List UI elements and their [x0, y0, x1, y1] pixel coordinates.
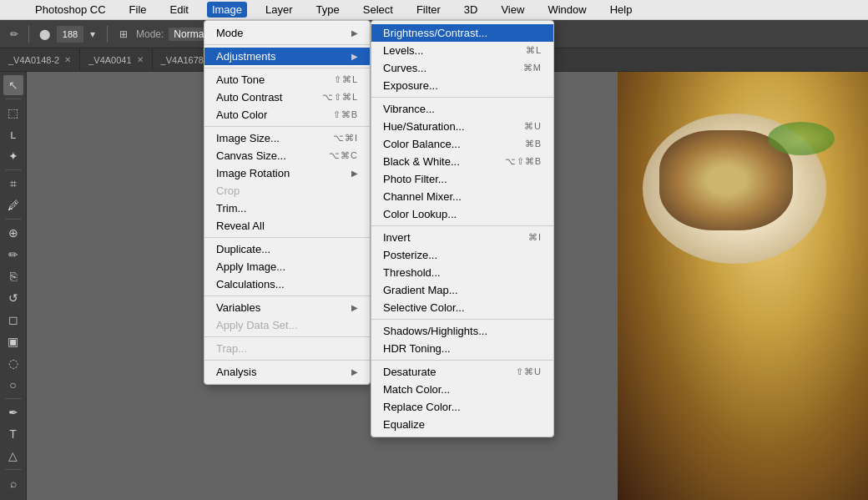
- menu-item-channel-mixer[interactable]: Channel Mixer...: [371, 188, 553, 205]
- menu-item-label: Vibrance...: [383, 103, 435, 115]
- view-menu[interactable]: View: [496, 2, 529, 18]
- clone-tool[interactable]: ⎘: [3, 266, 23, 286]
- menu-item-reveal-all[interactable]: Reveal All: [204, 217, 370, 235]
- filter-menu[interactable]: Filter: [411, 2, 446, 18]
- menu-item-color-balance[interactable]: Color Balance... ⌘B: [371, 135, 553, 153]
- shortcut-canvas-size: ⌥⌘C: [329, 150, 358, 161]
- menu-item-shadows-highlights[interactable]: Shadows/Highlights...: [371, 322, 553, 340]
- text-tool[interactable]: T: [3, 424, 23, 444]
- menu-item-photo-filter[interactable]: Photo Filter...: [371, 170, 553, 188]
- menu-item-desaturate[interactable]: Desaturate ⇧⌘U: [371, 363, 553, 381]
- menu-item-curves[interactable]: Curves... ⌘M: [371, 59, 553, 77]
- toolbar-separator-2: [107, 26, 108, 43]
- menu-item-auto-tone[interactable]: Auto Tone ⇧⌘L: [204, 71, 370, 88]
- window-menu[interactable]: Window: [542, 2, 591, 18]
- marquee-tool[interactable]: ⬚: [3, 103, 23, 123]
- menu-item-adjustments[interactable]: Adjustments ▶: [204, 48, 370, 65]
- image-dropdown-menu: Mode ▶ Adjustments ▶ Auto Tone ⇧⌘L Auto …: [204, 20, 371, 385]
- zoom-tool[interactable]: ⌕: [3, 473, 23, 493]
- menu-item-apply-image[interactable]: Apply Image...: [204, 258, 370, 275]
- image-menu[interactable]: Image: [207, 2, 247, 18]
- menu-item-duplicate[interactable]: Duplicate...: [204, 240, 370, 258]
- help-menu[interactable]: Help: [605, 2, 638, 18]
- menu-item-analysis[interactable]: Analysis ▶: [204, 363, 370, 381]
- brush-preset-picker[interactable]: ⬤: [36, 27, 53, 42]
- menu-item-posterize[interactable]: Posterize...: [371, 246, 553, 264]
- menu-item-hue-saturation[interactable]: Hue/Saturation... ⌘U: [371, 118, 553, 135]
- menu-item-label: Image Size...: [216, 132, 280, 144]
- menu-item-canvas-size[interactable]: Canvas Size... ⌥⌘C: [204, 147, 370, 164]
- menu-item-label: Selective Color...: [383, 301, 465, 314]
- menu-item-exposure[interactable]: Exposure...: [371, 77, 553, 94]
- menu-item-vibrance[interactable]: Vibrance...: [371, 100, 553, 118]
- menu-item-gradient-map[interactable]: Gradient Map...: [371, 281, 553, 299]
- menu-item-label: Trap...: [216, 342, 247, 355]
- brush-size-value[interactable]: 188: [57, 26, 83, 43]
- menu-item-replace-color[interactable]: Replace Color...: [371, 398, 553, 416]
- quick-select-tool[interactable]: ✦: [3, 146, 23, 166]
- photoshop-menu[interactable]: Photoshop CC: [30, 2, 111, 18]
- shortcut-image-size: ⌥⌘I: [333, 133, 358, 144]
- menu-item-image-rotation[interactable]: Image Rotation ▶: [204, 164, 370, 182]
- menu-item-label: Calculations...: [216, 278, 285, 290]
- tab-v4a0148[interactable]: _V4A0148-2 ✕: [0, 48, 80, 72]
- menu-item-auto-contrast[interactable]: Auto Contrast ⌥⇧⌘L: [204, 88, 370, 106]
- shortcut-auto-color: ⇧⌘B: [333, 109, 358, 120]
- type-menu[interactable]: Type: [311, 2, 345, 18]
- menu-item-threshold[interactable]: Threshold...: [371, 264, 553, 281]
- menu-item-image-size[interactable]: Image Size... ⌥⌘I: [204, 129, 370, 147]
- move-tool[interactable]: ↖: [3, 75, 23, 95]
- menu-item-auto-color[interactable]: Auto Color ⇧⌘B: [204, 106, 370, 124]
- menu-item-label: Gradient Map...: [383, 284, 458, 296]
- blur-tool[interactable]: ◌: [3, 353, 23, 373]
- menu-item-black-white[interactable]: Black & White... ⌥⇧⌘B: [371, 153, 553, 170]
- menu-item-hdr-toning[interactable]: HDR Toning...: [371, 340, 553, 357]
- menu-item-match-color[interactable]: Match Color...: [371, 381, 553, 398]
- menu-item-levels[interactable]: Levels... ⌘L: [371, 42, 553, 59]
- crop-tool[interactable]: ⌗: [3, 174, 23, 194]
- healing-tool[interactable]: ⊕: [3, 223, 23, 243]
- menu-item-calculations[interactable]: Calculations...: [204, 275, 370, 293]
- menu-item-invert[interactable]: Invert ⌘I: [371, 229, 553, 246]
- pen-tool[interactable]: ✒: [3, 402, 23, 422]
- menu-item-selective-color[interactable]: Selective Color...: [371, 299, 553, 316]
- brush-size-stepper[interactable]: ▾: [87, 27, 98, 42]
- history-brush-tool[interactable]: ↺: [3, 288, 23, 308]
- menu-item-label: Curves...: [383, 62, 426, 74]
- tab-close-icon[interactable]: ✕: [64, 55, 71, 64]
- shortcut-levels: ⌘L: [526, 45, 542, 56]
- eraser-tool[interactable]: ◻: [3, 310, 23, 330]
- apple-menu[interactable]: [7, 8, 17, 12]
- shape-tool[interactable]: △: [3, 446, 23, 466]
- select-menu[interactable]: Select: [358, 2, 398, 18]
- shortcut-auto-tone: ⇧⌘L: [334, 74, 358, 85]
- menu-item-variables[interactable]: Variables ▶: [204, 299, 370, 316]
- lasso-tool[interactable]: ʟ: [3, 124, 23, 144]
- tab-close-icon[interactable]: ✕: [137, 55, 144, 64]
- menu-item-equalize[interactable]: Equalize: [371, 416, 553, 433]
- menu-item-color-lookup[interactable]: Color Lookup...: [371, 205, 553, 223]
- menu-item-trim[interactable]: Trim...: [204, 199, 370, 217]
- gradient-tool[interactable]: ▣: [3, 331, 23, 351]
- menu-item-mode[interactable]: Mode ▶: [204, 24, 370, 42]
- submenu-arrow-icon: ▶: [351, 28, 358, 38]
- eyedropper-tool[interactable]: 🖉: [3, 195, 23, 215]
- menu-item-label: Auto Contrast: [216, 91, 283, 104]
- menu-item-label: Variables: [216, 301, 260, 314]
- edit-menu[interactable]: Edit: [165, 2, 194, 18]
- 3d-menu[interactable]: 3D: [459, 2, 483, 18]
- menu-item-brightness-contrast[interactable]: Brightness/Contrast...: [371, 24, 553, 42]
- file-menu[interactable]: File: [124, 2, 152, 18]
- shortcut-auto-contrast: ⌥⇧⌘L: [322, 92, 358, 103]
- submenu-arrow-icon: ▶: [351, 52, 358, 61]
- menu-separator: [204, 237, 370, 238]
- tab-v4a0041[interactable]: _V4A0041 ✕: [80, 48, 152, 72]
- dodge-tool[interactable]: ○: [3, 375, 23, 395]
- brush-tool[interactable]: ✏: [3, 245, 23, 265]
- layer-menu[interactable]: Layer: [260, 2, 298, 18]
- menu-item-label: Canvas Size...: [216, 149, 286, 162]
- menu-item-label: Levels...: [383, 44, 423, 57]
- brush-options-icon[interactable]: ⊞: [116, 27, 131, 42]
- submenu-arrow-icon: ▶: [351, 303, 358, 312]
- brush-icon[interactable]: ✏: [7, 27, 22, 42]
